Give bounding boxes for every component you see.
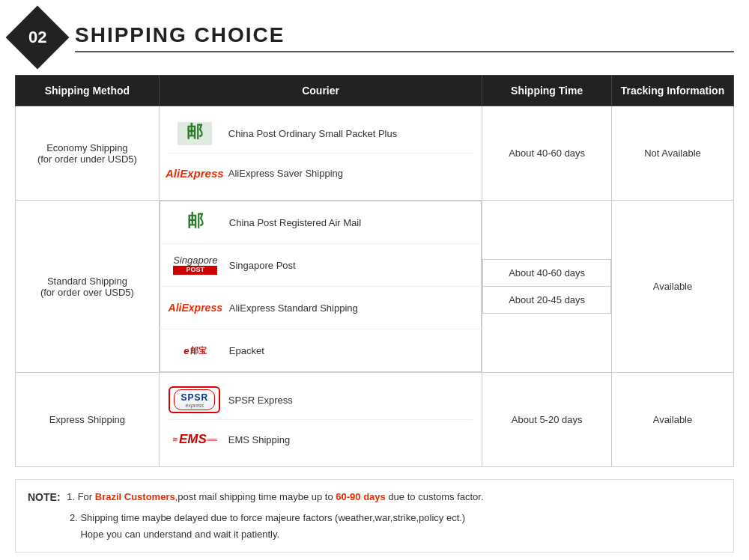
note-label: NOTE:: [28, 489, 61, 507]
tracking-standard: Available: [611, 201, 733, 373]
courier-item: 邮 China Post Registered Air Mail: [169, 207, 473, 237]
shipping-time-economy: About 40-60 days: [482, 106, 612, 201]
courier-economy: 邮 China Post Ordinary Small Packet Plus …: [159, 106, 482, 201]
brazil-highlight: Brazil Customers: [95, 491, 175, 502]
note-line-2: 2. Shipping time maybe delayed due to fo…: [28, 510, 721, 543]
shipping-time-express: About 5-20 days: [482, 373, 612, 467]
courier-item: AliExpress AliExpress Standard Shipping: [169, 293, 473, 323]
page-header: 02 SHIPPING CHOICE: [15, 15, 734, 60]
courier-name: China Post Registered Air Mail: [229, 217, 361, 228]
ems-logo: ≋ EMS ══: [169, 424, 221, 454]
courier-standard: 邮 China Post Registered Air Mail: [159, 201, 482, 373]
spsr-logo: SPSR express: [169, 385, 221, 415]
courier-name: Epacket: [229, 345, 264, 356]
table-row: Economy Shipping(for order under USD5) 邮…: [16, 106, 734, 201]
method-economy: Economy Shipping(for order under USD5): [16, 106, 160, 201]
courier-item: SPSR express SPSR Express: [169, 380, 473, 420]
note-section: NOTE: 1. For Brazil Customers,post mail …: [15, 479, 734, 553]
courier-item: ≋ EMS ══ EMS Shipping: [169, 420, 473, 459]
table-row: Express Shipping SPSR express SPSR Expre…: [16, 373, 734, 467]
china-post-logo: 邮: [169, 118, 221, 148]
shipping-table: Shipping Method Courier Shipping Time Tr…: [15, 75, 734, 467]
courier-name: AliExpress Standard Shipping: [229, 302, 358, 314]
method-standard: Standard Shipping(for order over USD5): [16, 201, 160, 373]
courier-name: AliExpress Saver Shipping: [228, 168, 343, 179]
courier-item: 邮 China Post Ordinary Small Packet Plus: [169, 114, 473, 153]
col-header-method: Shipping Method: [16, 76, 160, 106]
shipping-time-standard: About 40-60 days About 20-45 days: [482, 201, 612, 373]
courier-name: SPSR Express: [228, 395, 293, 406]
aliexpress-logo: AliExpress: [169, 293, 222, 323]
note-line-1: NOTE: 1. For Brazil Customers,post mail …: [28, 489, 721, 507]
aliexpress-logo: AliExpress: [169, 158, 221, 188]
tracking-express: Available: [611, 373, 733, 467]
table-row: Standard Shipping(for order over USD5) 邮: [16, 201, 734, 373]
courier-name: China Post Ordinary Small Packet Plus: [228, 128, 397, 139]
courier-name: Singapore Post: [229, 260, 296, 271]
courier-item: e 邮宝 Epacket: [169, 335, 473, 365]
courier-item: AliExpress AliExpress Saver Shipping: [169, 153, 473, 192]
epacket-logo: e 邮宝: [169, 335, 222, 365]
days-highlight: 60-90 days: [336, 491, 386, 502]
singapore-post-logo: Singapore POST: [169, 250, 222, 280]
tracking-economy: Not Available: [611, 106, 733, 201]
col-header-time: Shipping Time: [482, 76, 612, 106]
method-express: Express Shipping: [16, 373, 160, 467]
courier-item: Singapore POST Singapore Post: [169, 250, 473, 280]
svg-text:邮: 邮: [187, 211, 204, 230]
page-title: SHIPPING CHOICE: [75, 23, 734, 52]
courier-name: EMS Shipping: [228, 434, 290, 445]
svg-text:邮: 邮: [187, 122, 203, 141]
section-badge: 02: [6, 6, 70, 70]
china-post-logo: 邮: [169, 207, 222, 237]
col-header-tracking: Tracking Information: [611, 76, 733, 106]
col-header-courier: Courier: [159, 76, 482, 106]
courier-express: SPSR express SPSR Express ≋ EMS ══: [159, 373, 482, 467]
